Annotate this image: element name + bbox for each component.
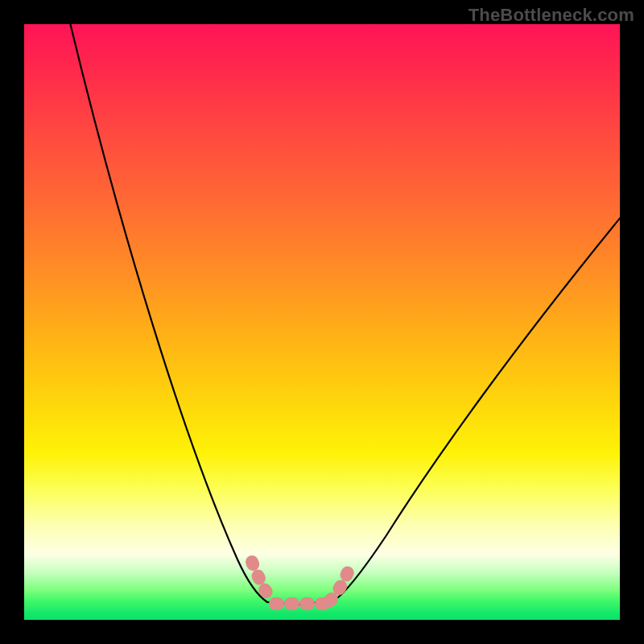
curves-svg [24,24,620,620]
valley-marker-right [330,562,352,601]
bottleneck-curve-right [334,213,620,601]
bottleneck-curve-left [68,24,267,602]
plot-area [24,24,620,620]
watermark-text: TheBottleneck.com [469,5,634,26]
chart-container: TheBottleneck.com [0,0,644,644]
valley-marker-left [252,562,272,601]
